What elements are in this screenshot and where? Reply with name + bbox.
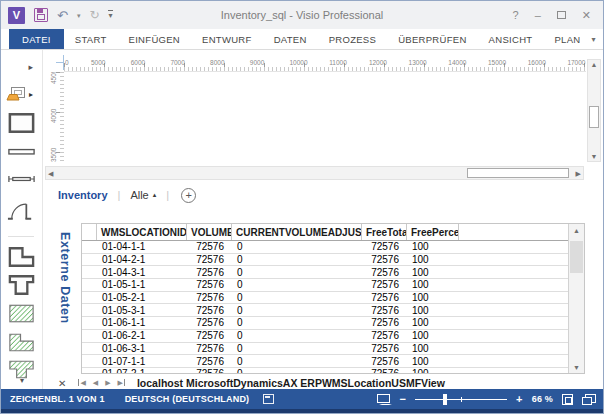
help-button[interactable]: ?: [513, 9, 519, 21]
t-room-shape-icon[interactable]: [6, 272, 37, 298]
column-header-freetotal[interactable]: FreeTotal: [362, 224, 407, 240]
zoom-in-button[interactable]: +: [516, 393, 523, 405]
scroll-up-icon[interactable]: ▲: [588, 61, 600, 68]
table-header-row: WMSLOCATIONIDVOLUMECURRENTVOLUMEADJUSTED…: [82, 224, 584, 241]
table-vertical-scrollbar[interactable]: ▲ ▼: [568, 224, 584, 373]
customize-qat-icon[interactable]: ▾: [108, 10, 112, 20]
window-shape-icon[interactable]: [6, 172, 37, 186]
space-shape-icon[interactable]: [6, 301, 37, 327]
table-scroll-up-icon[interactable]: ▲: [569, 227, 584, 234]
open-stencil-icon[interactable]: ▸: [6, 86, 33, 102]
l-room-shape-icon[interactable]: [6, 244, 37, 270]
table-row[interactable]: 01-06-3-172576072576100: [82, 343, 584, 356]
table-scroll-down-icon[interactable]: ▼: [569, 364, 584, 371]
cell-freetotal: 72576: [362, 241, 407, 252]
cell-volume: 72576: [187, 330, 232, 341]
undo-dropdown-icon[interactable]: ▾: [77, 12, 81, 19]
add-page-button[interactable]: +: [181, 188, 196, 203]
cell-currentvolumeadjusted: 0: [232, 267, 362, 278]
shapes-panel: ▸ ▸ ▾: [1, 50, 43, 391]
page-bar-separator: |: [166, 189, 169, 201]
zoom-slider-thumb[interactable]: [443, 394, 447, 405]
last-record-icon[interactable]: ▶: [118, 379, 123, 387]
column-header-volume[interactable]: VOLUME: [187, 224, 232, 240]
ribbon-options-icon[interactable]: ▾: [591, 35, 595, 44]
column-header-blank[interactable]: [82, 224, 97, 240]
page-filter-dropdown[interactable]: Alle ▴: [130, 189, 156, 201]
table-row[interactable]: 01-06-1-172576072576100: [82, 317, 584, 330]
page-tab-inventory[interactable]: Inventory: [58, 189, 108, 201]
switch-windows-icon[interactable]: [582, 394, 594, 404]
table-row[interactable]: 01-05-2-172576072576100: [82, 292, 584, 305]
zoom-slider[interactable]: [415, 394, 507, 405]
scroll-right-icon[interactable]: ▶: [576, 170, 581, 178]
drawing-page[interactable]: [64, 72, 586, 164]
ribbon-tab-ansicht[interactable]: ANSICHT: [478, 29, 544, 49]
hruler-label: 9000: [250, 59, 264, 66]
cell-volume: 72576: [187, 368, 232, 374]
first-record-icon[interactable]: ◀: [80, 379, 85, 387]
expand-shapes-icon[interactable]: ▸: [28, 62, 33, 72]
minimize-button[interactable]: –: [535, 9, 541, 21]
redo-icon[interactable]: ↻: [89, 9, 99, 21]
vertical-scroll-thumb[interactable]: [589, 106, 599, 128]
canvas-horizontal-scrollbar[interactable]: ◀ ▶: [45, 166, 584, 180]
zoom-level[interactable]: 66 %: [532, 394, 553, 404]
page-count-status[interactable]: ZEICHENBL. 1 VON 1: [10, 394, 105, 404]
table-row[interactable]: 01-04-1-172576072576100: [82, 241, 584, 254]
table-row[interactable]: 01-05-3-172576072576100: [82, 304, 584, 317]
data-source-tab[interactable]: localhost MicrosoftDynamicsAX ERPWMSLoca…: [137, 377, 445, 389]
cell-volume: 72576: [187, 241, 232, 252]
horizontal-scroll-thumb[interactable]: [467, 168, 569, 178]
table-scroll-thumb[interactable]: [570, 241, 583, 273]
page-filter-label: Alle: [130, 189, 148, 201]
cell-freetotal: 72576: [362, 368, 407, 374]
door-shape-icon[interactable]: [6, 196, 37, 222]
cell-freepercent: 100: [407, 279, 459, 290]
close-external-data-icon[interactable]: ✕: [58, 378, 66, 389]
scroll-left-icon[interactable]: ◀: [48, 170, 53, 178]
hruler-label: 8000: [210, 59, 224, 66]
room-shape-icon[interactable]: [6, 110, 37, 136]
presentation-mode-icon[interactable]: [377, 394, 390, 405]
table-row[interactable]: 01-04-2-172576072576100: [82, 254, 584, 267]
table-row[interactable]: 01-04-3-172576072576100: [82, 266, 584, 279]
table-row[interactable]: 01-05-1-172576072576100: [82, 279, 584, 292]
undo-icon[interactable]: ↶: [57, 9, 68, 22]
maximize-button[interactable]: [557, 11, 566, 19]
visio-logo-icon[interactable]: V: [8, 7, 25, 24]
ribbon-tab-start[interactable]: START: [64, 29, 118, 49]
ribbon-tab-überprüfen[interactable]: ÜBERPRÜFEN: [387, 29, 477, 49]
previous-record-icon[interactable]: ◀: [93, 379, 98, 387]
window-controls: ? – ✕: [513, 9, 603, 22]
table-row[interactable]: 01-07-2-172576072576100: [82, 368, 584, 374]
next-record-icon[interactable]: ▶: [105, 379, 110, 387]
zoom-out-button[interactable]: −: [399, 393, 406, 405]
column-header-blank[interactable]: [459, 224, 584, 240]
column-header-freepercent[interactable]: FreePercent: [407, 224, 459, 240]
hruler-label: 7000: [170, 59, 184, 66]
column-header-currentvolumeadjusted[interactable]: CURRENTVOLUMEADJUSTED: [232, 224, 362, 240]
macro-status-icon[interactable]: [263, 394, 274, 404]
fit-page-icon[interactable]: [562, 394, 573, 405]
wall-shape-icon[interactable]: [6, 146, 37, 158]
stencil-scroll-down-icon[interactable]: ▾: [1, 376, 43, 385]
drawing-canvas[interactable]: 0500060007000800090001000011000120001300…: [43, 50, 603, 182]
table-row[interactable]: 01-06-2-172576072576100: [82, 330, 584, 343]
ribbon-tab-einfügen[interactable]: EINFÜGEN: [118, 29, 192, 49]
column-header-wmslocationid[interactable]: WMSLOCATIONID: [97, 224, 187, 240]
l-space-shape-icon[interactable]: [6, 330, 37, 356]
ribbon-tab-prozess[interactable]: PROZESS: [318, 29, 388, 49]
canvas-vertical-scrollbar[interactable]: ▲ ▼: [587, 59, 601, 162]
scroll-down-icon[interactable]: ▼: [588, 153, 600, 160]
table-row[interactable]: 01-07-1-172576072576100: [82, 355, 584, 368]
record-navigation: ◀ ◀ ▶ ▶: [80, 379, 123, 387]
ribbon-tab-plan[interactable]: PLAN: [543, 29, 591, 49]
language-status[interactable]: DEUTSCH (DEUTSCHLAND): [125, 394, 250, 404]
ribbon-tab-datei[interactable]: DATEI: [9, 29, 64, 49]
cell-freetotal: 72576: [362, 330, 407, 341]
ribbon-tab-entwurf[interactable]: ENTWURF: [191, 29, 263, 49]
close-button[interactable]: ✕: [582, 9, 591, 22]
ribbon-tab-daten[interactable]: DATEN: [263, 29, 318, 49]
save-icon[interactable]: [34, 8, 48, 22]
